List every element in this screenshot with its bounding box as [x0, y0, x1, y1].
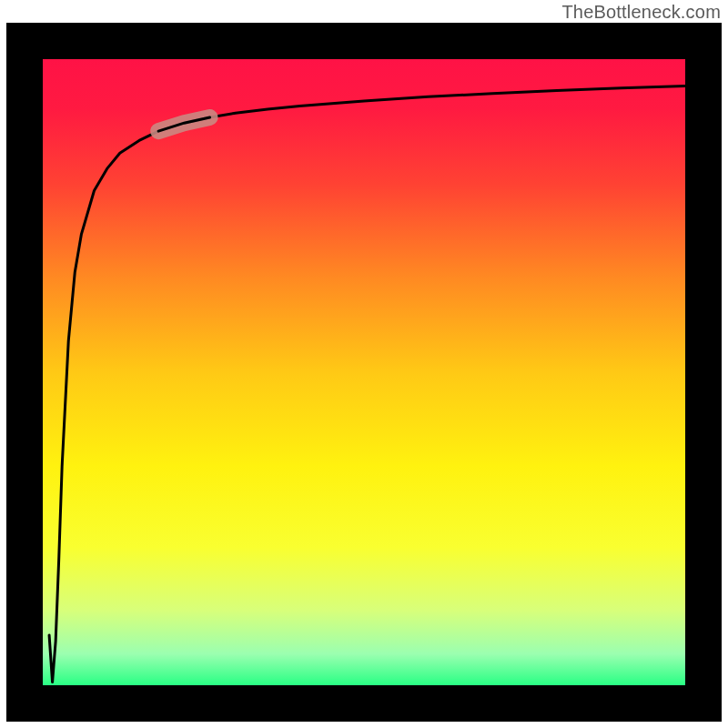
bottleneck-chart [0, 0, 728, 728]
plot-background [43, 59, 685, 685]
attribution-text: TheBottleneck.com [561, 2, 721, 23]
chart-container: TheBottleneck.com [0, 0, 728, 728]
